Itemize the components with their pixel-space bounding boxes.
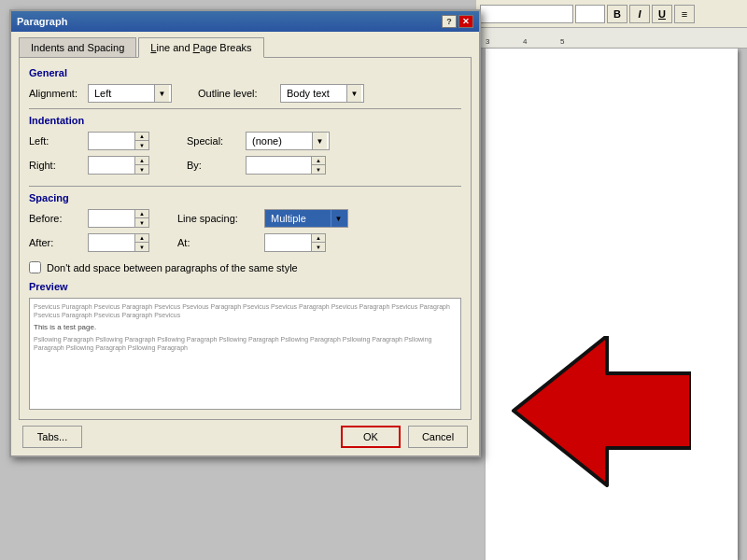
by-down-btn[interactable]: ▼ [312, 165, 325, 174]
indent-right-row: Right: 0" ▲ ▼ [29, 156, 149, 175]
tabs-container: Indents and Spacing Line and Page Breaks… [11, 32, 479, 420]
indent-left-spinner-btns: ▲ ▼ [134, 132, 149, 150]
by-spinner: ▲ ▼ [246, 156, 326, 175]
indentation-content: Left: 0" ▲ ▼ Right: [29, 132, 461, 180]
indent-left-label: Left: [29, 135, 80, 147]
outline-dropdown[interactable]: Body text ▼ [280, 84, 364, 103]
indent-right-field[interactable]: 0" [88, 156, 134, 175]
dialog-titlebar: Paragraph ? ✕ [11, 11, 479, 32]
red-arrow [486, 336, 691, 523]
tab-indents-spacing-label: Indents and Spacing [31, 42, 124, 53]
svg-marker-0 [514, 336, 691, 485]
by-up-btn[interactable]: ▲ [312, 157, 325, 165]
indent-left-up-btn[interactable]: ▲ [135, 133, 148, 141]
word-toolbar: New Roman 12 B I U ≡ [476, 0, 747, 28]
at-field[interactable]: 3 [264, 233, 311, 252]
spacing-after-field[interactable]: 0 pt [88, 233, 134, 252]
dialog-close-button[interactable]: ✕ [458, 15, 473, 28]
spacing-after-spinner: 0 pt ▲ ▼ [88, 233, 149, 252]
preview-section-label: Preview [29, 281, 461, 292]
tab-line-page-breaks-label: Line and Page Breaks [150, 42, 251, 53]
line-spacing-label: Line spacing: [177, 213, 257, 224]
spacing-before-up-btn[interactable]: ▲ [135, 210, 148, 218]
spacing-before-label: Before: [29, 213, 80, 224]
at-row: At: 3 ▲ ▼ [177, 233, 348, 252]
preview-placeholder-text-2: Psllowing Paragraph Psllowing Paragraph … [34, 335, 457, 352]
line-spacing-value: Multiple [267, 213, 331, 224]
ruler-mark-3: 3 [486, 37, 489, 46]
line-spacing-arrow-icon: ▼ [331, 210, 345, 227]
font-size-input[interactable]: 12 [575, 5, 605, 23]
ruler-mark-4: 4 [523, 37, 527, 46]
cancel-button[interactable]: Cancel [408, 426, 468, 448]
indent-right-up-btn[interactable]: ▲ [135, 157, 148, 165]
indentation-section-label: Indentation [29, 115, 461, 126]
preview-sample-text: This is a test page. [34, 323, 457, 331]
general-section: General Alignment: Left ▼ Outline level:… [29, 67, 461, 103]
at-spinner: 3 ▲ ▼ [264, 233, 326, 252]
separator-2 [29, 186, 461, 187]
line-spacing-group: Line spacing: Multiple ▼ At: 3 ▲ [177, 209, 348, 258]
line-spacing-dropdown[interactable]: Multiple ▼ [264, 209, 348, 228]
spacing-before-spinner: 0 pt ▲ ▼ [88, 209, 149, 228]
spacing-section-label: Spacing [29, 192, 461, 203]
dialog-controls: ? ✕ [442, 15, 473, 28]
special-label: Special: [187, 135, 238, 147]
general-section-label: General [29, 67, 461, 78]
special-row: Special: (none) ▼ [187, 132, 330, 150]
at-down-btn[interactable]: ▼ [312, 243, 325, 251]
dont-add-space-checkbox[interactable] [29, 261, 41, 273]
tab-line-page-breaks[interactable]: Line and Page Breaks [138, 37, 263, 58]
special-dropdown[interactable]: (none) ▼ [246, 132, 330, 150]
separator-1 [29, 108, 461, 109]
spacing-before-field[interactable]: 0 pt [88, 209, 134, 228]
spacing-before-row: Before: 0 pt ▲ ▼ [29, 209, 149, 228]
indent-left-row: Left: 0" ▲ ▼ [29, 132, 149, 150]
indentation-section: Indentation Left: 0" ▲ ▼ [29, 115, 461, 180]
font-name-input[interactable]: New Roman [480, 5, 573, 23]
bold-button[interactable]: B [607, 5, 627, 23]
preview-placeholder-text-1: Psevicus Puragraph Psevicus Paragraph Ps… [34, 302, 457, 319]
indent-right-label: Right: [29, 160, 80, 171]
paragraph-dialog: Paragraph ? ✕ Indents and Spacing Line a… [9, 9, 481, 457]
at-up-btn[interactable]: ▲ [312, 234, 325, 243]
indent-left-down-btn[interactable]: ▼ [135, 141, 148, 149]
indent-left-field[interactable]: 0" [88, 132, 134, 150]
dont-add-space-label: Don't add space between paragraphs of th… [47, 262, 298, 273]
preview-section: Preview Psevicus Puragraph Psevicus Para… [29, 281, 461, 410]
by-row: By: ▲ ▼ [187, 156, 330, 175]
ok-button[interactable]: OK [341, 426, 401, 448]
dialog-help-button[interactable]: ? [442, 15, 457, 28]
alignment-label: Alignment: [29, 88, 80, 99]
underline-button[interactable]: U [652, 5, 672, 23]
spacing-before-after: Before: 0 pt ▲ ▼ After: [29, 209, 149, 258]
spacing-after-up-btn[interactable]: ▲ [135, 234, 148, 243]
alignment-dropdown[interactable]: Left ▼ [88, 84, 172, 103]
word-ruler: 3 4 5 [476, 28, 747, 49]
ruler-marks: 3 4 5 [476, 28, 747, 48]
tab-list: Indents and Spacing Line and Page Breaks [19, 37, 472, 58]
indentation-left-right: Left: 0" ▲ ▼ Right: [29, 132, 149, 180]
indent-left-spinner: 0" ▲ ▼ [88, 132, 149, 150]
ruler-mark-5: 5 [560, 37, 564, 46]
by-label: By: [187, 160, 238, 171]
by-spinner-btns: ▲ ▼ [311, 156, 326, 175]
align-button[interactable]: ≡ [674, 5, 695, 23]
at-spinner-btns: ▲ ▼ [311, 233, 326, 252]
at-label: At: [177, 237, 257, 248]
spacing-before-down-btn[interactable]: ▼ [135, 218, 148, 227]
tab-content: General Alignment: Left ▼ Outline level:… [19, 57, 472, 420]
indentation-special: Special: (none) ▼ By: ▲ [187, 132, 330, 180]
by-field[interactable] [246, 156, 311, 175]
line-spacing-row: Line spacing: Multiple ▼ [177, 209, 348, 228]
tabs-button[interactable]: Tabs... [22, 426, 82, 448]
spacing-before-btns: ▲ ▼ [134, 209, 149, 228]
dialog-title: Paragraph [17, 16, 67, 27]
spacing-after-down-btn[interactable]: ▼ [135, 243, 148, 251]
spacing-after-row: After: 0 pt ▲ ▼ [29, 233, 149, 252]
italic-button[interactable]: I [629, 5, 650, 23]
spacing-after-btns: ▲ ▼ [134, 233, 149, 252]
ok-cancel-group: OK Cancel [341, 426, 468, 448]
tab-indents-spacing[interactable]: Indents and Spacing [19, 37, 136, 58]
indent-right-down-btn[interactable]: ▼ [135, 165, 148, 174]
